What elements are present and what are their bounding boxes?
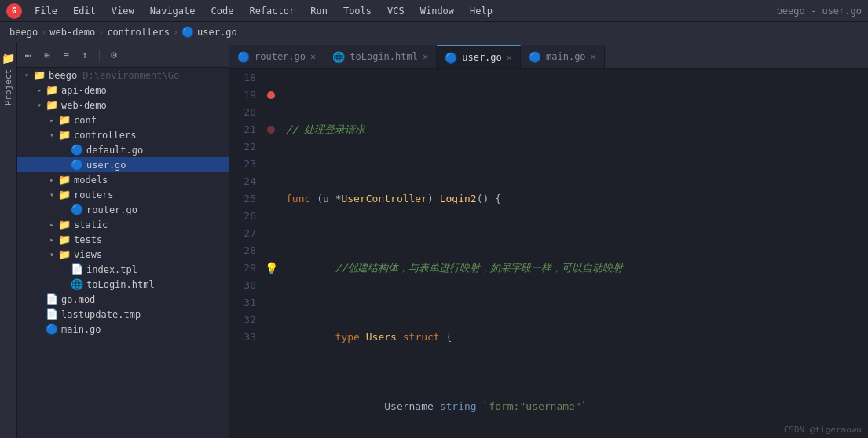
folder-icon: 📁 [58,174,71,186]
folder-icon: 📁 [58,114,71,126]
expand-arrow: ▸ [46,220,58,229]
tree-label: go.mod [61,294,95,305]
tab-label: main.go [546,51,586,62]
tree-item-api-demo[interactable]: ▸ 📁 api-demo [17,83,229,98]
tree-item-lastupdatetmp[interactable]: ▸ 📄 lastupdate.tmp [17,307,229,322]
code-line-22: Username string `form:"username"` [286,398,862,415]
tab-routergo[interactable]: 🔵 router.go ✕ [229,45,324,68]
tree-item-controllers[interactable]: ▾ 📁 controllers [17,127,229,142]
code-line-20: //创建结构体，与表单进行映射，如果字段一样，可以自动映射 [286,259,862,277]
tree-item-conf[interactable]: ▸ 📁 conf [17,112,229,127]
menu-vcs[interactable]: VCS [381,4,411,18]
project-sidebar-tab[interactable]: 📁 Project [0,42,17,438]
breadcrumb-beego[interactable]: beego [9,27,38,38]
debug-icon: 💡 [265,262,278,274]
menu-window[interactable]: Window [414,4,460,18]
folder-icon: 📁 [58,189,71,201]
project-label: Project [3,69,13,105]
editor-area: 🔵 router.go ✕ 🌐 toLogin.html ✕ 🔵 user.go… [229,42,868,438]
line-numbers: 18 19 20 21 22 23 24 25 26 27 28 29 30 3… [229,69,262,438]
watermark: CSDN @tigeraowu [784,425,862,435]
tree-label: conf [74,115,97,126]
code-lines[interactable]: // 处理登录请求 func (u *UserController) Login… [280,69,868,438]
expand-arrow: ▾ [33,101,46,109]
breakpoint-dot [267,91,275,99]
breadcrumb-controllers[interactable]: controllers [107,27,169,38]
tab-close-button[interactable]: ✕ [310,51,316,62]
tree-item-web-demo[interactable]: ▾ 📁 web-demo [17,98,229,112]
code-text: // 处理登录请求 [286,121,365,138]
tree-label: models [74,175,108,186]
tree-label: user.go [86,160,126,171]
tree-label: controllers [74,130,136,141]
root-label: beego D:\environment\Go [49,70,179,81]
tree-item-static[interactable]: ▸ 📁 static [17,217,229,232]
tree-label: main.go [61,324,101,335]
main-layout: 📁 Project ⋯ ⊞ ≡ ↕ ⚙ ▾ 📁 beego D:\environ… [0,42,868,438]
menu-view[interactable]: View [105,4,141,18]
menu-file[interactable]: File [28,4,64,18]
tab-tologinhtml[interactable]: 🌐 toLogin.html ✕ [324,45,437,68]
tab-maingo[interactable]: 🔵 main.go ✕ [521,45,605,68]
tree-item-indextpl[interactable]: ▸ 📄 index.tpl [17,262,229,277]
expand-arrow: ▸ [33,86,46,94]
tab-close-button[interactable]: ✕ [591,51,596,62]
tree-item-routergo[interactable]: ▸ 🔵 router.go [17,202,229,217]
tree-icon-dots[interactable]: ⋯ [22,49,35,61]
file-icon: 📄 [71,263,83,275]
go-file-icon: 🔵 [71,204,83,215]
tree-label: api-demo [61,85,107,96]
folder-icon: 📁 [58,219,71,230]
menu-refactor[interactable]: Refactor [243,4,301,18]
tree-icon-sort[interactable]: ≡ [60,49,72,61]
breadcrumb-usergo[interactable]: user.go [197,27,237,38]
file-icon: 📄 [46,293,58,305]
folder-icon: 📁 [46,99,58,111]
folder-icon: 📁 [46,84,58,96]
tab-label: router.go [255,51,306,62]
tree-item-usergo[interactable]: ▸ 🔵 user.go [17,157,229,172]
menu-edit[interactable]: Edit [67,4,102,18]
tree-item-tests[interactable]: ▸ 📁 tests [17,232,229,247]
tree-item-models[interactable]: ▸ 📁 models [17,172,229,187]
tree-icon-gear[interactable]: ⚙ [108,49,120,61]
menu-help[interactable]: Help [463,4,499,18]
tree-item-defaultgo[interactable]: ▸ 🔵 default.go [17,142,229,157]
expand-arrow: ▾ [46,131,58,139]
tree-icon-collapse[interactable]: ⊞ [41,49,53,61]
tree-label: web-demo [61,100,107,111]
tree-label: default.go [86,145,143,156]
root-folder-icon: 📁 [33,69,46,81]
tab-label: user.go [462,52,502,63]
tree-item-gomod[interactable]: ▸ 📄 go.mod [17,292,229,307]
tree-label: router.go [86,204,137,215]
tree-label: views [74,249,102,260]
file-icon: 📄 [46,308,58,320]
tree-sep [99,50,100,61]
tree-root[interactable]: ▾ 📁 beego D:\environment\Go [17,68,229,83]
tab-file-icon: 🔵 [529,51,541,63]
menu-tools[interactable]: Tools [337,4,378,18]
tree-label: toLogin.html [86,279,155,290]
tree-item-views[interactable]: ▾ 📁 views [17,247,229,262]
menu-run[interactable]: Run [304,4,334,18]
tab-usergo[interactable]: 🔵 user.go ✕ [437,45,521,68]
menu-code[interactable]: Code [205,4,240,18]
tree-item-routers[interactable]: ▾ 📁 routers [17,187,229,202]
gutter: 💡 [262,69,280,438]
tab-file-icon: 🔵 [445,52,457,64]
folder-icon: 📁 [58,234,71,245]
tree-icon-sort2[interactable]: ↕ [79,49,91,61]
tree-item-maingo[interactable]: ▸ 🔵 main.go [17,322,229,337]
breadcrumb-web-demo[interactable]: web-demo [49,27,95,38]
tree-item-tologinhtml[interactable]: ▸ 🌐 toLogin.html [17,277,229,292]
app-logo: G [6,3,22,19]
breakpoint-dot [267,126,275,134]
tree-label: static [74,219,108,230]
menu-navigate[interactable]: Navigate [144,4,202,18]
project-icon: 📁 [2,52,15,64]
code-editor[interactable]: 18 19 20 21 22 23 24 25 26 27 28 29 30 3… [229,69,868,438]
tab-close-button[interactable]: ✕ [507,52,512,63]
tab-close-button[interactable]: ✕ [423,51,428,62]
tree-label: lastupdate.tmp [61,309,141,320]
